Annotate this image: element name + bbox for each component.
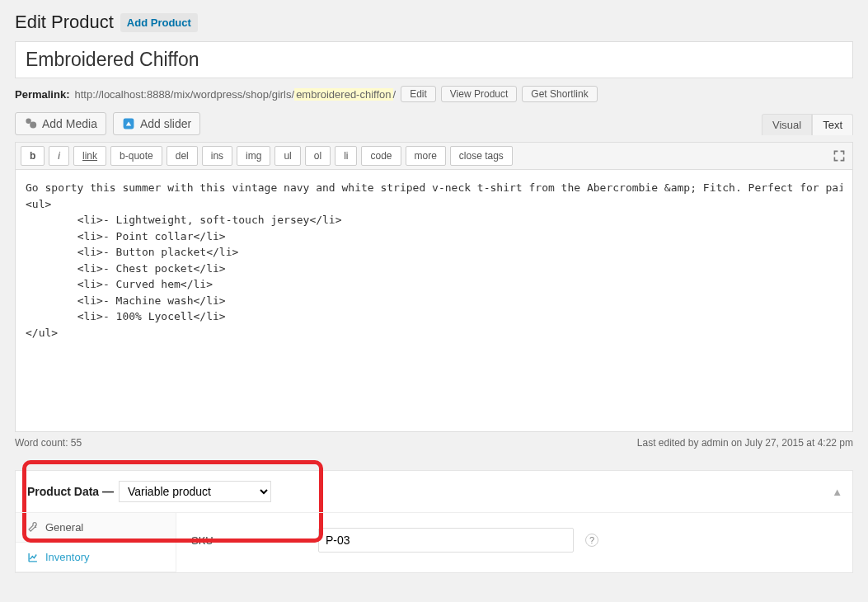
permalink-trailing: / [393, 88, 396, 101]
sku-label: SKU [191, 534, 307, 547]
wrench-icon [27, 522, 39, 534]
media-icon [24, 117, 37, 130]
toolbar-ol[interactable]: ol [305, 146, 331, 166]
toolbar-img[interactable]: img [237, 146, 270, 166]
word-count: Word count: 55 [15, 437, 82, 449]
toolbar-italic[interactable]: i [49, 146, 69, 166]
get-shortlink-button[interactable]: Get Shortlink [522, 86, 597, 102]
toolbar-close-tags[interactable]: close tags [450, 146, 513, 166]
svg-point-1 [30, 122, 36, 129]
toolbar-li[interactable]: li [335, 146, 357, 166]
help-icon[interactable]: ? [585, 534, 598, 547]
chart-icon [27, 552, 39, 563]
toolbar-bquote[interactable]: b-quote [110, 146, 162, 166]
add-product-button[interactable]: Add Product [120, 13, 198, 32]
toolbar-bold[interactable]: b [21, 146, 45, 166]
sidebar-item-inventory[interactable]: Inventory [16, 543, 176, 572]
toolbar-code[interactable]: code [361, 146, 401, 166]
page-title: Edit Product [15, 12, 114, 33]
add-slider-button[interactable]: Add slider [113, 112, 200, 135]
content-editor[interactable] [26, 180, 842, 419]
toolbar-ins[interactable]: ins [202, 146, 232, 166]
svg-point-0 [26, 119, 30, 124]
edit-permalink-button[interactable]: Edit [401, 86, 436, 102]
permalink-label: Permalink: [15, 88, 69, 101]
view-product-button[interactable]: View Product [441, 86, 517, 102]
editor-toolbar: b i link b-quote del ins img ul ol li co… [15, 142, 853, 170]
product-type-select[interactable]: Variable product [119, 481, 271, 502]
slider-icon [122, 117, 135, 130]
permalink-slug[interactable]: embroidered-chiffon [294, 88, 392, 101]
toolbar-more[interactable]: more [406, 146, 446, 166]
product-data-label: Product Data — [27, 485, 114, 498]
permalink-base: http://localhost:8888/mix/wordpress/shop… [74, 88, 294, 101]
product-title-input[interactable] [15, 41, 853, 78]
toolbar-ul[interactable]: ul [274, 146, 300, 166]
add-media-button[interactable]: Add Media [15, 112, 106, 135]
toolbar-link[interactable]: link [73, 146, 106, 166]
fullscreen-icon[interactable] [833, 149, 846, 162]
metabox-collapse-toggle[interactable]: ▲ [832, 486, 842, 498]
sku-input[interactable] [318, 528, 574, 553]
tab-visual[interactable]: Visual [762, 114, 812, 135]
sidebar-item-general[interactable]: General [16, 513, 176, 543]
toolbar-del[interactable]: del [167, 146, 198, 166]
last-edited: Last edited by admin on July 27, 2015 at… [637, 437, 853, 449]
tab-text[interactable]: Text [812, 114, 853, 135]
